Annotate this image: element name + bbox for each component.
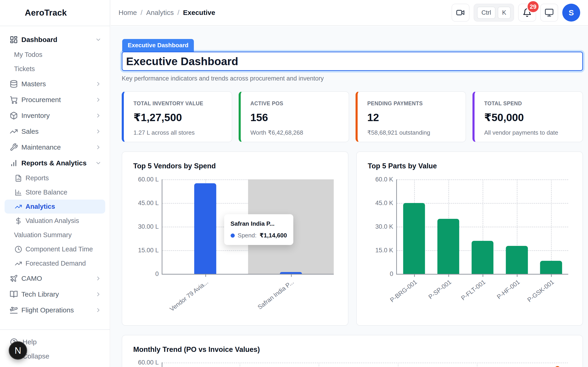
sidebar-item-label: Tickets	[14, 65, 35, 73]
sidebar-item-label: Procurement	[21, 96, 61, 104]
sidebar-item-label: Store Balance	[26, 189, 67, 196]
kpi-value: 12	[367, 111, 456, 124]
topbar-actions: Ctrl K 29 S	[451, 4, 580, 22]
trend-gridline	[240, 362, 240, 367]
sidebar: AeroTrack DashboardMy TodosTicketsMaster…	[0, 0, 110, 367]
sidebar-item-inventory[interactable]: Inventory	[5, 108, 105, 123]
kpi-label: TOTAL SPEND	[484, 100, 573, 107]
sidebar-item-label: Component Lead Time	[26, 245, 93, 253]
vendors-chart-title: Top 5 Vendors by Spend	[133, 162, 337, 170]
sidebar-item-label: Valuation Summary	[14, 231, 72, 239]
y-axis-tick: 15.0 K	[375, 247, 393, 254]
display-mode-button[interactable]	[540, 4, 558, 22]
screen-record-button[interactable]	[451, 4, 469, 22]
bar-vendor-79-avia[interactable]	[194, 183, 216, 274]
sidebar-item-valuation-summary[interactable]: Valuation Summary	[5, 228, 105, 242]
sidebar-item-reports[interactable]: Reports	[5, 171, 105, 185]
y-axis-tick: 0	[155, 270, 159, 277]
y-axis-tick: 45.00 L	[138, 200, 159, 207]
video-camera-icon	[456, 8, 465, 17]
sidebar-item-flight-operations[interactable]: Flight Operations	[5, 302, 105, 318]
sidebar-item-my-todos[interactable]: My Todos	[5, 48, 105, 62]
main-content: Executive Dashboard Key performance indi…	[111, 26, 588, 367]
bar-p-brg-001[interactable]	[403, 203, 425, 274]
sidebar-item-component-lead-time[interactable]: Component Lead Time	[5, 242, 105, 256]
clock-icon	[15, 246, 22, 253]
wrench-icon	[10, 143, 18, 151]
user-avatar[interactable]: S	[562, 4, 580, 22]
sidebar-item-maintenance[interactable]: Maintenance	[5, 140, 105, 155]
dollar-icon	[15, 217, 22, 225]
sidebar-item-reports-analytics[interactable]: Reports & Analytics	[5, 155, 105, 171]
trend-gridline	[398, 362, 398, 367]
x-axis-label: P-GSK-001	[526, 278, 556, 303]
tooltip-series-label: Spend:	[238, 232, 257, 239]
trend-icon	[15, 260, 22, 267]
x-axis-label: P-FLT-001	[460, 278, 487, 302]
bar-p-flt-001[interactable]	[472, 241, 493, 274]
sidebar-item-camo[interactable]: CAMO	[5, 271, 105, 286]
charts-row: Top 5 Vendors by Spend 60.00 L45.00 L30.…	[122, 151, 583, 326]
breadcrumb-analytics[interactable]: Analytics	[146, 9, 174, 17]
sidebar-item-valuation-analysis[interactable]: Valuation Analysis	[5, 214, 105, 228]
topbar: Home / Analytics / Executive Ctrl K 29 S	[111, 0, 588, 26]
sidebar-item-tech-library[interactable]: Tech Library	[5, 286, 105, 302]
y-axis-tick: 60.0 K	[375, 176, 393, 183]
dev-tools-badge[interactable]: N	[9, 341, 27, 360]
dashboard-title-input[interactable]	[122, 52, 583, 71]
chevron-right-icon	[95, 307, 102, 313]
plane-icon	[10, 274, 18, 283]
file-chart-icon	[15, 175, 22, 182]
bar-p-sp-001[interactable]	[437, 219, 459, 274]
kpi-subtext: All vendor payments to date	[484, 129, 573, 136]
trend-gridline	[477, 362, 477, 367]
x-axis-label: Vendor 79 Avia...	[168, 278, 210, 313]
sidebar-item-dashboard[interactable]: Dashboard	[5, 32, 105, 48]
app-name: AeroTrack	[25, 8, 67, 18]
sidebar-item-tickets[interactable]: Tickets	[5, 62, 105, 76]
notification-count-badge: 29	[527, 0, 540, 13]
series-dot-icon	[231, 234, 235, 238]
tooltip-value: ₹1,14,600	[259, 232, 287, 239]
sidebar-item-label: Dashboard	[21, 36, 57, 44]
sidebar-item-label: Inventory	[21, 112, 50, 119]
monitor-icon	[545, 8, 554, 17]
kpi-label: TOTAL INVENTORY VALUE	[133, 100, 222, 107]
kpi-subtext: Worth ₹6,42,68,268	[250, 129, 339, 136]
kpi-label: PENDING PAYMENTS	[367, 100, 456, 107]
sidebar-item-sales[interactable]: Sales	[5, 124, 105, 139]
y-axis-tick: 30.00 L	[138, 223, 159, 230]
breadcrumb-home[interactable]: Home	[119, 9, 137, 17]
sidebar-item-label: Maintenance	[21, 143, 61, 151]
sidebar-item-label: Valuation Analysis	[26, 217, 79, 225]
dashboard-tab-badge[interactable]: Executive Dashboard	[122, 39, 194, 52]
trend-gridline	[162, 362, 568, 363]
breadcrumb-current: Executive	[183, 9, 215, 17]
parts-chart-card: Top 5 Parts by Value 60.0 K45.0 K30.0 K1…	[356, 151, 583, 326]
chevron-right-icon	[95, 291, 102, 298]
sidebar-item-label: Reports & Analytics	[21, 159, 86, 167]
command-palette-button[interactable]: Ctrl K	[474, 4, 514, 22]
sidebar-item-forecasted-demand[interactable]: Forecasted Demand	[5, 257, 105, 270]
kpi-row: TOTAL INVENTORY VALUE₹1,27,5001.27 L acr…	[122, 91, 583, 142]
sidebar-item-masters[interactable]: Masters	[5, 76, 105, 92]
sidebar-item-analytics[interactable]: Analytics	[5, 200, 105, 214]
breadcrumb-separator: /	[177, 9, 179, 17]
bar-p-gsk-001[interactable]	[540, 261, 562, 274]
sidebar-item-procurement[interactable]: Procurement	[5, 92, 105, 108]
chevron-right-icon	[95, 144, 102, 150]
sidebar-item-store-balance[interactable]: Store Balance	[5, 185, 105, 199]
monthly-trend-title: Monthly Trend (PO vs Invoice Values)	[133, 345, 571, 354]
ctrl-keycap: Ctrl	[477, 7, 495, 19]
x-axis-tick	[551, 274, 552, 277]
app-logo[interactable]: AeroTrack	[0, 0, 110, 26]
notifications-button[interactable]: 29	[518, 4, 536, 22]
bar-p-hf-001[interactable]	[506, 246, 527, 274]
x-axis-tick	[517, 274, 518, 277]
sidebar-item-label: Flight Operations	[21, 306, 74, 314]
bar-safran-india-p[interactable]	[280, 272, 302, 274]
trend-data-point[interactable]	[554, 366, 561, 367]
database-icon	[10, 80, 18, 88]
trend-icon	[15, 203, 22, 210]
kpi-subtext: ₹58,68,921 outstanding	[367, 129, 456, 136]
